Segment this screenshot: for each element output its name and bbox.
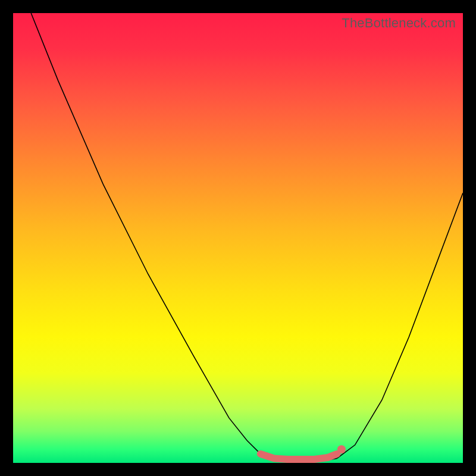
- plot-area: TheBottleneck.com: [13, 13, 463, 463]
- left-curve: [31, 13, 270, 458]
- chart-container: TheBottleneck.com: [0, 0, 476, 476]
- curve-layer: [13, 13, 463, 463]
- right-curve: [337, 193, 463, 458]
- pink-floor-highlight: [261, 454, 337, 459]
- pink-end-dot: [337, 445, 346, 453]
